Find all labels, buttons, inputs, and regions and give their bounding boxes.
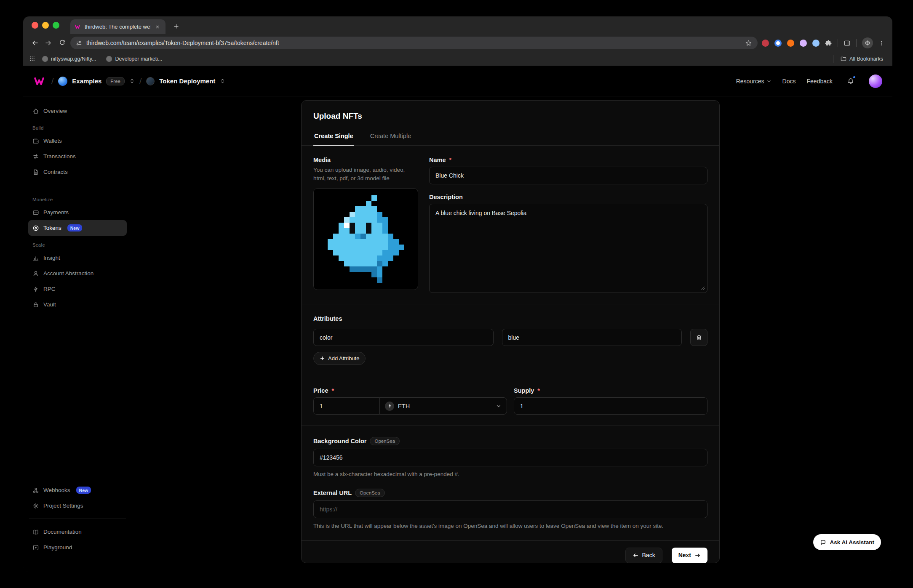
- new-tab-button[interactable]: [171, 21, 182, 32]
- user-icon: [32, 270, 39, 277]
- nft-image: [328, 195, 404, 283]
- apps-grid-icon[interactable]: [29, 56, 35, 62]
- notification-dot: [852, 75, 856, 79]
- nav-docs[interactable]: Docs: [782, 78, 796, 85]
- back-button[interactable]: Back: [625, 548, 662, 563]
- currency-label: ETH: [398, 403, 410, 410]
- extension-icon-orange[interactable]: [787, 40, 794, 47]
- sidebar-item-tokens[interactable]: Tokens New: [28, 220, 127, 236]
- sidebar-item-overview[interactable]: Overview: [28, 103, 127, 119]
- project-name[interactable]: Token Deployment: [159, 77, 215, 85]
- forward-icon[interactable]: [42, 36, 55, 50]
- chrome-profile-icon[interactable]: [862, 37, 873, 48]
- browser-menu-icon[interactable]: [878, 40, 885, 46]
- sidebar-item-rpc[interactable]: RPC: [28, 281, 127, 297]
- back-icon[interactable]: [28, 36, 42, 50]
- trash-icon: [696, 334, 702, 341]
- external-url-input[interactable]: [313, 500, 707, 518]
- breadcrumb-slash: /: [51, 77, 53, 86]
- sidebar-item-label: Payments: [43, 209, 69, 216]
- nav-feedback[interactable]: Feedback: [807, 78, 833, 85]
- sidebar-item-webhooks[interactable]: Webhooks New: [28, 482, 127, 498]
- lightning-bolt-icon: [32, 286, 39, 293]
- project-avatar[interactable]: [146, 77, 155, 85]
- account-avatar[interactable]: [869, 74, 882, 88]
- notifications-bell-icon[interactable]: [844, 74, 858, 88]
- extension-icon-lightblue[interactable]: [812, 40, 820, 47]
- team-name[interactable]: Examples: [72, 77, 101, 85]
- reload-icon[interactable]: [55, 36, 69, 50]
- sidebar-section-monetize: Monetize: [32, 197, 127, 202]
- sidebar-item-account-abstraction[interactable]: Account Abstraction: [28, 266, 127, 281]
- team-switcher-icon[interactable]: [129, 78, 135, 84]
- site-settings-icon[interactable]: [76, 40, 82, 46]
- extensions-puzzle-icon[interactable]: [825, 40, 832, 47]
- tab-title: thirdweb: The complete web...: [85, 24, 150, 30]
- sidebar-item-documentation[interactable]: Documentation: [28, 524, 127, 540]
- attribute-value-input[interactable]: [502, 329, 682, 346]
- extension-icon-red[interactable]: [762, 40, 769, 47]
- all-bookmarks-button[interactable]: All Bookmarks: [837, 54, 886, 63]
- background-color-input[interactable]: [313, 449, 707, 466]
- tab-close-icon[interactable]: [154, 23, 161, 31]
- ask-ai-assistant-button[interactable]: Ask AI Assistant: [813, 534, 881, 550]
- price-input[interactable]: [313, 397, 380, 415]
- all-bookmarks-label: All Bookmarks: [849, 56, 883, 62]
- tab-create-single[interactable]: Create Single: [313, 128, 354, 146]
- bookmarks-bar: niftyswap.gg/Nifty... Developer marketi.…: [23, 52, 892, 66]
- add-attribute-button[interactable]: Add Attribute: [313, 352, 366, 365]
- bookmarks-divider: [833, 55, 833, 63]
- sidebar-item-label: Transactions: [43, 153, 76, 160]
- sidebar-item-transactions[interactable]: Transactions: [28, 149, 127, 164]
- name-input[interactable]: [429, 167, 707, 184]
- project-switcher-icon[interactable]: [220, 78, 225, 84]
- sidebar-item-insight[interactable]: Insight: [28, 250, 127, 266]
- sidebar-item-payments[interactable]: Payments: [28, 205, 127, 220]
- wallet-icon: [32, 138, 39, 144]
- document-icon: [32, 169, 39, 176]
- sidebar-divider: [29, 519, 126, 519]
- currency-select[interactable]: ETH: [379, 397, 507, 415]
- opensea-badge: OpenSea: [370, 437, 400, 445]
- team-avatar[interactable]: [58, 77, 67, 86]
- bookmark-star-icon[interactable]: [745, 40, 752, 47]
- sidebar-item-contracts[interactable]: Contracts: [28, 164, 127, 180]
- extension-icon-blue[interactable]: [774, 40, 782, 47]
- chat-bubble-icon: [820, 539, 826, 545]
- credit-card-icon: [32, 209, 39, 216]
- opensea-badge: OpenSea: [355, 489, 385, 497]
- sidebar-item-label: Project Settings: [43, 503, 83, 509]
- url-bar[interactable]: thirdweb.com/team/examples/Token-Deploym…: [70, 37, 758, 49]
- extension-icon-purple[interactable]: [800, 40, 807, 47]
- media-upload-box[interactable]: [313, 188, 418, 290]
- attribute-name-input[interactable]: [313, 329, 494, 346]
- fullscreen-window-button[interactable]: [53, 22, 59, 29]
- description-label: Description: [429, 194, 707, 200]
- media-label: Media: [313, 157, 418, 163]
- supply-input[interactable]: [514, 397, 707, 415]
- upload-nfts-card: Upload NFTs Create Single Create Multipl…: [301, 100, 720, 563]
- token-coin-icon: [32, 225, 39, 231]
- nav-resources[interactable]: Resources: [736, 78, 772, 85]
- delete-attribute-button[interactable]: [690, 329, 707, 346]
- sidebar-item-project-settings[interactable]: Project Settings: [28, 498, 127, 514]
- required-marker: *: [331, 387, 334, 394]
- bookmark-item[interactable]: Developer marketi...: [103, 55, 166, 63]
- arrow-right-icon: [694, 552, 701, 559]
- name-label: Name*: [429, 157, 707, 163]
- sidebar-item-label: Account Abstraction: [43, 270, 93, 277]
- minimize-window-button[interactable]: [42, 22, 49, 29]
- description-textarea[interactable]: A blue chick living on Base Sepolia: [429, 204, 707, 293]
- folder-icon: [840, 56, 846, 62]
- tab-create-multiple[interactable]: Create Multiple: [369, 128, 412, 146]
- sidebar-item-wallets[interactable]: Wallets: [28, 133, 127, 149]
- next-button[interactable]: Next: [672, 548, 707, 563]
- browser-tab[interactable]: thirdweb: The complete web...: [70, 19, 166, 34]
- sidebar-item-playground[interactable]: Playground: [28, 540, 127, 555]
- side-panel-icon[interactable]: [844, 40, 851, 47]
- close-window-button[interactable]: [32, 22, 38, 29]
- bookmark-item[interactable]: niftyswap.gg/Nifty...: [39, 55, 99, 63]
- thirdweb-logo[interactable]: [33, 77, 47, 86]
- sidebar-item-label: Vault: [43, 301, 56, 308]
- sidebar-item-vault[interactable]: Vault: [28, 297, 127, 312]
